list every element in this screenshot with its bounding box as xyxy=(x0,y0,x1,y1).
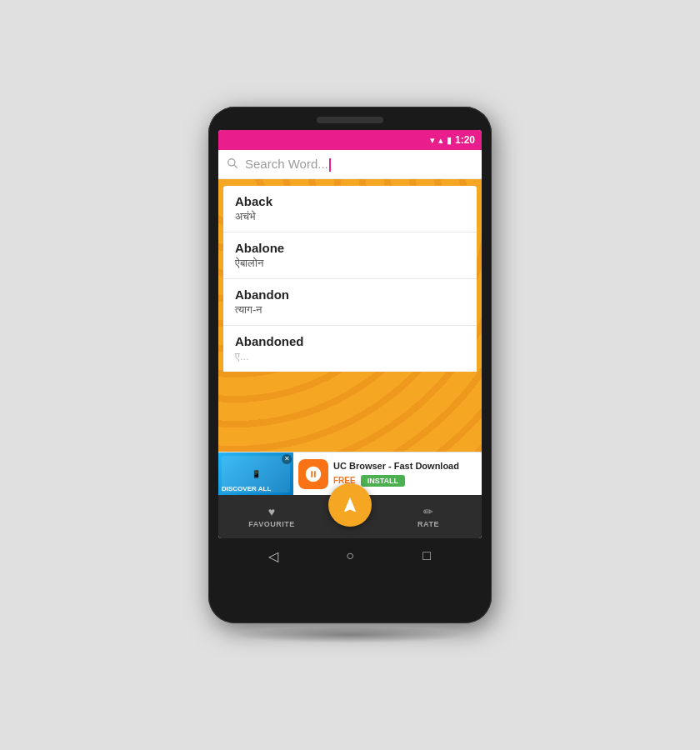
phone-frame: ▾ ▴ ▮ 1:20 Search Word... xyxy=(208,107,492,623)
bottom-navigation: ♥ FAVOURITE ✏ RATE xyxy=(218,495,482,538)
heart-icon: ♥ xyxy=(268,505,275,518)
ad-close-button[interactable]: ✕ xyxy=(282,454,292,464)
search-icon xyxy=(227,158,238,172)
recents-button[interactable]: □ xyxy=(418,547,436,565)
rate-icon: ✏ xyxy=(423,505,433,518)
word-hindi: ए... xyxy=(235,350,465,363)
svg-line-1 xyxy=(234,165,237,168)
battery-icon: ▮ xyxy=(447,135,452,146)
phone-speaker xyxy=(317,117,383,123)
ad-install-button[interactable]: INSTALL xyxy=(361,475,405,487)
discover-text: DISCOVER ALL xyxy=(222,485,271,492)
wifi-icon: ▾ xyxy=(430,135,435,146)
word-hindi: अचंभे xyxy=(235,210,465,223)
rate-label: RATE xyxy=(418,520,439,528)
favourite-button[interactable]: ♥ FAVOURITE xyxy=(218,505,325,528)
android-navigation: ◁ ○ □ xyxy=(218,538,482,573)
recents-icon: □ xyxy=(422,548,431,563)
word-item-abandon[interactable]: Abandon त्याग-न xyxy=(223,279,477,326)
status-bar: ▾ ▴ ▮ 1:20 xyxy=(218,130,482,150)
word-english: Abalone xyxy=(235,241,465,255)
word-hindi: त्याग-न xyxy=(235,303,465,317)
word-item-abandoned[interactable]: Abandoned ए... xyxy=(223,326,477,372)
home-icon: ○ xyxy=(346,548,354,563)
word-list-container: Aback अचंभे Abalone ऐबालोन Abandon त्याग… xyxy=(218,179,482,452)
word-item-aback[interactable]: Aback अचंभे xyxy=(223,186,477,232)
word-hindi: ऐबालोन xyxy=(235,257,465,270)
word-item-abalone[interactable]: Abalone ऐबालोन xyxy=(223,232,477,279)
text-cursor xyxy=(329,158,331,172)
status-time: 1:20 xyxy=(455,134,475,146)
back-icon: ◁ xyxy=(268,548,278,564)
signal-icon: ▴ xyxy=(438,135,443,146)
ad-title: UC Browser - Fast Download xyxy=(333,461,482,472)
back-button[interactable]: ◁ xyxy=(264,547,282,565)
phone-screen: ▾ ▴ ▮ 1:20 Search Word... xyxy=(218,130,482,538)
navigate-center-button[interactable] xyxy=(328,483,372,527)
phone-shadow xyxy=(233,627,467,643)
word-english: Aback xyxy=(235,194,465,208)
word-list: Aback अचंभे Abalone ऐबालोन Abandon त्याग… xyxy=(223,186,477,372)
search-bar[interactable]: Search Word... xyxy=(218,150,482,179)
home-button[interactable]: ○ xyxy=(341,547,359,565)
rate-button[interactable]: ✏ RATE xyxy=(375,505,482,528)
ad-image: 📱 DISCOVER ALL ✕ xyxy=(218,452,293,496)
word-english: Abandon xyxy=(235,288,465,302)
word-english: Abandoned xyxy=(235,334,465,348)
search-input[interactable]: Search Word... xyxy=(245,157,473,172)
uc-browser-logo xyxy=(298,459,328,489)
favourite-label: FAVOURITE xyxy=(248,520,294,528)
